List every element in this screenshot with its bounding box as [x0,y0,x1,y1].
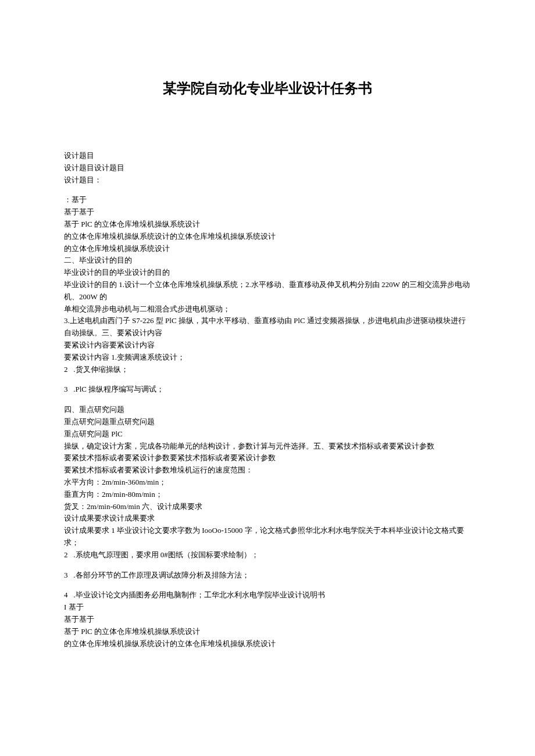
body-line: 二、毕业设计的目的 [64,255,471,267]
blank-line [64,186,471,194]
body-line: 设计成果要求设计成果要求 [64,513,471,525]
blank-line [64,375,471,384]
body-line: ：基于 [64,194,471,206]
body-line: 四、重点研究问题 [64,404,471,416]
body-line: 3.上述电机由西门子 S7-226 型 PlC 操纵，其中水平移动、垂直移动由 … [64,315,471,339]
body-line: 设计题目设计题目 [64,162,471,174]
body-line: 2 .系统电气原理图，要求用 0#图纸（按国标要求绘制）； [64,549,471,561]
document-page: 某学院自动化专业毕业设计任务书 设计题目设计题目设计题目设计题目：：基于基于基于… [0,0,535,696]
body-line: 毕业设计的目的 1.设计一个立体仓库堆垛机操纵系统；2.水平移动、垂直移动及伸叉… [64,279,471,303]
document-body: 设计题目设计题目设计题目设计题目：：基于基于基于基于 PlC 的立体仓库堆垛机操… [64,150,471,650]
body-line: 的立体仓库堆垛机操纵系统设计的立体仓库堆垛机操纵系统设计 [64,231,471,243]
body-line: 设计题目： [64,174,471,187]
body-line: 基于基于 [64,614,471,626]
body-line: 2 .货叉伸缩操纵； [64,364,471,376]
body-line: 要紧技术指标或者要紧设计参数堆垛机运行的速度范围： [64,464,471,476]
document-title: 某学院自动化专业毕业设计任务书 [64,79,471,98]
body-line: 基于基于 [64,206,471,218]
body-line: I 基于 [64,601,471,614]
body-line: 操纵，确定设计方案，完成各功能单元的结构设计，参数计算与元件选择。五、要紧技术指… [64,440,471,453]
blank-line [64,396,471,404]
body-line: 重点研究问题重点研究问题 [64,416,471,428]
body-line: 要紧设计内容 1.变频调速系统设计； [64,352,471,364]
body-line: 要紧技术指标或者要紧设计参数要紧技术指标或者要紧设计参数 [64,452,471,464]
body-line: 的立体仓库堆垛机操纵系统设计 [64,243,471,255]
body-line: 4 .毕业设计论文内插图务必用电脑制作；工华北水利水电学院毕业设计说明书 [64,589,471,601]
body-line: 水平方向：2m/min-360m/min； [64,476,471,489]
body-line: 设计成果要求 1 毕业设计论文要求字数为 IooOo-15000 字，论文格式参… [64,525,471,549]
body-line: 要紧设计内容要紧设计内容 [64,339,471,352]
body-line: 基于 PlC 的立体仓库堆垛机操纵系统设计 [64,218,471,231]
body-line: 重点研究问题 PlC [64,428,471,440]
body-line: 3 .PlC 操纵程序编写与调试； [64,384,471,396]
body-line: 设计题目 [64,150,471,162]
blank-line [64,581,471,589]
body-line: 毕业设计的目的毕业设计的目的 [64,267,471,279]
body-line: 的立体仓库堆垛机操纵系统设计的立体仓库堆垛机操纵系统设计 [64,638,471,650]
body-line: 货叉：2m/min-60m/min 六、设计成果要求 [64,501,471,513]
body-line: 基于 PlC 的立体仓库堆垛机操纵系统设计 [64,626,471,638]
body-line: 3 .各部分环节的工作原理及调试故障分析及排除方法； [64,569,471,582]
body-line: 单相交流异步电动机与二相混合式步进电机驱动； [64,303,471,316]
body-line: 垂直方向：2m/min-80m/min； [64,489,471,501]
blank-line [64,561,471,569]
